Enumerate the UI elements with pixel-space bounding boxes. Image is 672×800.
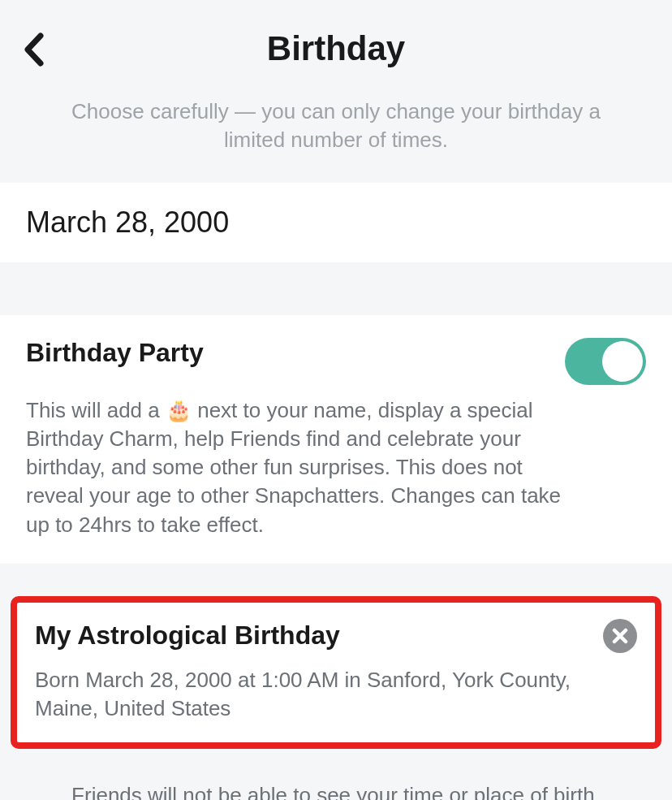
birthday-date-value: March 28, 2000 [26, 205, 646, 240]
chevron-left-icon [23, 32, 45, 67]
astrological-title: My Astrological Birthday [35, 621, 340, 651]
page-title: Birthday [267, 29, 405, 68]
birthday-party-title: Birthday Party [26, 338, 204, 368]
birthday-party-toggle[interactable] [565, 338, 646, 385]
header: Birthday [0, 0, 672, 97]
birthday-party-section: Birthday Party This will add a 🎂 next to… [0, 315, 672, 563]
astrological-section[interactable]: My Astrological Birthday Born March 28, … [11, 596, 661, 749]
birthday-date-row[interactable]: March 28, 2000 [0, 183, 672, 262]
birthday-party-header: Birthday Party [26, 338, 646, 385]
footer-note: Friends will not be able to see your tim… [0, 749, 672, 800]
astrological-description: Born March 28, 2000 at 1:00 AM in Sanfor… [35, 666, 637, 723]
toggle-knob [602, 341, 643, 382]
birthday-party-description: This will add a 🎂 next to your name, dis… [26, 396, 562, 538]
cake-icon: 🎂 [166, 398, 192, 422]
astrological-close-button[interactable] [603, 619, 637, 653]
subtitle-text: Choose carefully — you can only change y… [0, 97, 672, 154]
back-button[interactable] [23, 32, 45, 70]
close-icon [612, 628, 628, 644]
astrological-header: My Astrological Birthday [35, 619, 637, 653]
